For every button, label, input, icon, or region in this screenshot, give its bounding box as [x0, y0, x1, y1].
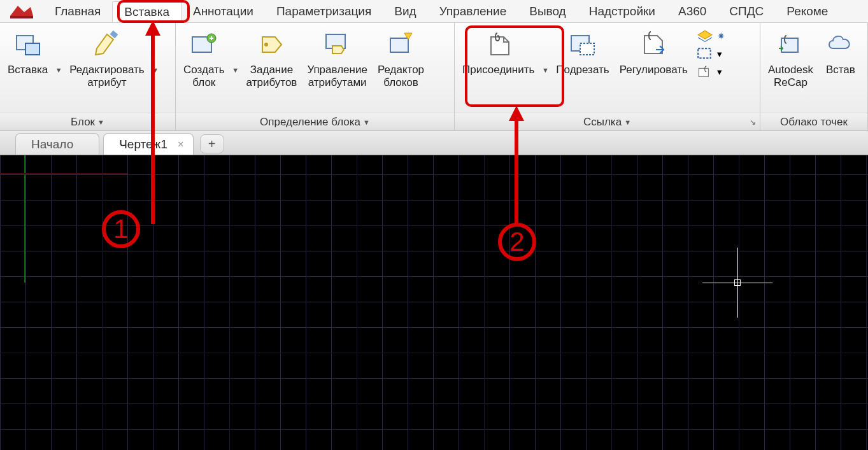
clip-button[interactable]: Подрезать [551, 27, 614, 79]
asterisk-icon: ✷ [717, 31, 725, 42]
menu-recommended[interactable]: Рекоме [775, 0, 839, 22]
manage-attributes-label: Управление атрибутами [307, 64, 367, 89]
create-block-icon [189, 29, 219, 60]
frames-button[interactable]: ▾ [697, 47, 725, 61]
manage-attributes-button[interactable]: Управление атрибутами [302, 27, 373, 92]
adjust-label: Регулировать [620, 64, 688, 76]
menu-spds[interactable]: СПДС [718, 0, 775, 22]
panel-reference: Присоединить ▼ Подрезать Регулировать ✷ [455, 23, 760, 130]
svg-rect-11 [698, 48, 710, 58]
cloud-icon [825, 29, 856, 60]
tag-icon [256, 29, 287, 60]
clip-icon [567, 29, 598, 60]
attach-icon [483, 29, 514, 60]
svg-rect-12 [699, 69, 708, 77]
menu-output[interactable]: Вывод [518, 0, 577, 22]
panel-reference-title[interactable]: Ссылка▼ [455, 113, 760, 130]
svg-rect-13 [781, 38, 798, 52]
panel-reference-expander[interactable]: ↘ [750, 118, 756, 127]
svg-rect-10 [580, 43, 594, 55]
menu-view[interactable]: Вид [383, 0, 427, 22]
app-menu-button[interactable] [4, 0, 39, 23]
cursor-crosshair [737, 283, 738, 283]
block-editor-label: Редактор блоков [378, 64, 424, 89]
close-icon[interactable]: × [178, 138, 184, 151]
svg-point-6 [264, 43, 268, 46]
attach-dropdown[interactable]: ▼ [539, 55, 551, 85]
attach-button[interactable]: Присоединить [457, 27, 539, 79]
panel-point-cloud-title: Облако точек [760, 113, 867, 130]
layers-icon [697, 29, 713, 43]
recap-button[interactable]: Autodesk ReCap [763, 27, 818, 92]
panel-block-title[interactable]: Блок▼ [0, 113, 175, 130]
file-tab-bar: Начало Чертеж1 × + [0, 131, 868, 155]
pc-insert-button[interactable]: Встав [818, 27, 863, 79]
panel-point-cloud: Autodesk ReCap Встав Облако точек [760, 23, 868, 130]
snap-icon [697, 65, 713, 79]
clip-label: Подрезать [556, 64, 609, 76]
chevron-down-icon: ▼ [97, 118, 104, 126]
ucs-y-axis [24, 155, 25, 283]
create-block-label: Создать блок [183, 64, 225, 89]
block-editor-icon [385, 29, 416, 60]
menu-parametrize[interactable]: Параметризация [265, 0, 383, 22]
reference-small-stack: ✷ ▾ ▾ [693, 27, 729, 81]
adjust-button[interactable]: Регулировать [615, 27, 693, 79]
create-block-dropdown[interactable]: ▼ [230, 55, 241, 85]
panel-block-definition: Создать блок ▼ Задание атрибутов Управле… [176, 23, 455, 130]
manage-attributes-icon [322, 29, 353, 60]
menu-main[interactable]: Главная [43, 0, 112, 22]
define-attributes-label: Задание атрибутов [246, 64, 297, 89]
insert-icon [13, 29, 43, 60]
pc-insert-label: Встав [826, 64, 855, 76]
chevron-down-icon: ▼ [624, 118, 631, 126]
create-block-button[interactable]: Создать блок [178, 27, 230, 92]
ucs-x-axis [0, 173, 127, 174]
block-editor-button[interactable]: Редактор блоков [373, 27, 429, 92]
panel-block: Вставка ▼ Редактировать атрибут ▼ Блок▼ [0, 23, 176, 130]
frame-icon [697, 47, 713, 61]
chevron-down-icon: ▼ [363, 118, 370, 126]
insert-button[interactable]: Вставка [3, 27, 53, 79]
menu-addins[interactable]: Надстройки [578, 0, 667, 22]
underlay-layers-button[interactable]: ✷ [697, 29, 725, 43]
edit-attribute-icon [92, 29, 122, 60]
edit-attribute-dropdown[interactable]: ▼ [150, 55, 161, 85]
svg-rect-8 [390, 38, 408, 52]
tab-start[interactable]: Начало [15, 133, 99, 155]
svg-rect-2 [25, 43, 39, 55]
menu-insert[interactable]: Вставка [112, 1, 181, 22]
chevron-down-icon: ▾ [717, 48, 722, 60]
recap-label: Autodesk ReCap [768, 64, 813, 89]
svg-rect-0 [10, 16, 33, 18]
menu-a360[interactable]: A360 [667, 0, 718, 22]
drawing-canvas[interactable] [0, 155, 868, 450]
insert-label: Вставка [8, 64, 48, 76]
ribbon: Вставка ▼ Редактировать атрибут ▼ Блок▼ … [0, 23, 868, 131]
attach-label: Присоединить [462, 64, 534, 76]
menu-manage[interactable]: Управление [428, 0, 518, 22]
new-tab-button[interactable]: + [200, 134, 224, 153]
recap-icon [775, 29, 806, 60]
insert-dropdown[interactable]: ▼ [53, 55, 64, 85]
chevron-down-icon: ▾ [717, 66, 722, 78]
snap-underlay-button[interactable]: ▾ [697, 65, 725, 79]
edit-attribute-button[interactable]: Редактировать атрибут [64, 27, 149, 92]
define-attributes-button[interactable]: Задание атрибутов [241, 27, 302, 92]
adjust-icon [638, 29, 669, 60]
menu-bar: Главная Вставка Аннотации Параметризация… [0, 0, 868, 23]
tab-drawing1[interactable]: Чертеж1 × [103, 133, 194, 155]
panel-block-definition-title[interactable]: Определение блока▼ [176, 113, 454, 130]
edit-attribute-label: Редактировать атрибут [69, 64, 144, 89]
menu-annotations[interactable]: Аннотации [181, 0, 265, 22]
